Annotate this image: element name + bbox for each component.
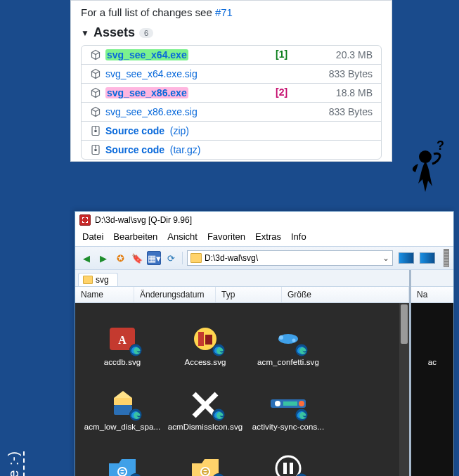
asset-name: Source code (zip) [105,125,189,136]
edge-badge-icon [129,409,142,421]
asset-size: 833 Bytes [329,106,373,117]
svg-point-27 [213,474,225,477]
column-header-type[interactable]: Typ [216,287,282,302]
cube-icon [90,106,101,117]
scroll-thumb[interactable] [401,304,408,344]
refresh-button[interactable]: ⟳ [164,251,178,265]
archive-icon [90,125,101,136]
file-name: activity-sync-cons... [252,423,324,431]
edge-badge-icon [129,473,142,476]
asset-name: svg_see_x64.exe [105,49,188,60]
menu-item[interactable]: Ansicht [167,231,198,242]
back-button[interactable]: ◀ [79,251,93,265]
svg-point-12 [279,335,283,340]
svg-point-20 [275,401,280,406]
file-name: accdb.svg [104,358,141,366]
column-headers: Na [411,287,453,303]
asset-row[interactable]: svg_see_x64.exe.sig 833 Bytes [82,65,381,84]
file-item[interactable]: Aaccdb.svg [81,307,164,372]
asset-size: 18.8 MB [336,87,373,98]
confused-person-doodle-icon: ? [401,137,452,205]
menu-bar: Datei Bearbeiten Ansicht Favoriten Extra… [75,229,453,246]
asset-name: Source code (tar.gz) [105,144,200,155]
column-header-name[interactable]: Name [75,287,134,302]
up-button[interactable]: ✪ [113,251,127,265]
file-item[interactable]: addedFolderIcon_... [164,437,247,476]
cube-icon [90,87,101,98]
badge-2: [2] [276,86,287,98]
file-name: acm_confetti.svg [257,358,319,366]
file-item[interactable]: ac [417,307,448,372]
address-bar[interactable]: ⌄ [187,250,393,266]
edge-badge-icon [212,409,225,421]
svg-text:A: A [118,334,127,346]
color-theme-button[interactable] [420,252,435,264]
asset-row[interactable]: svg_see_x86.exe.sig 833 Bytes [82,103,381,122]
asset-row[interactable]: Source code (tar.gz) [82,141,381,159]
column-headers: Name Änderungsdatum Typ Größe [75,287,409,303]
file-item[interactable]: addedFolderIcon_... [81,437,164,476]
asset-row[interactable]: Source code (zip) [82,122,381,141]
assets-header[interactable]: ▼ Assets 6 [81,25,382,40]
asset-list: svg_see_x64.exe [1] 20.3 MB svg_see_x64.… [81,45,382,160]
titlebar[interactable]: D:\3d-wal\svg [Q-Dir 9.96] [75,212,453,229]
file-grid[interactable]: Aaccdb.svgAccess.svgacm_confetti.svgacm_… [75,303,409,476]
file-item[interactable]: animation_Pause.... [247,437,330,476]
left-pane: svg Name Änderungsdatum Typ Größe Aaccdb… [75,270,411,476]
file-item[interactable]: activity-sync-cons... [247,372,330,437]
asset-row[interactable]: svg_see_x64.exe [1] 20.3 MB [82,46,381,65]
svg-rect-8 [198,332,204,346]
folder-icon [83,276,93,284]
color-theme-button[interactable] [399,252,414,264]
column-header-date[interactable]: Änderungsdatum [134,287,216,302]
view-mode-button[interactable]: ▦▾ [147,251,161,265]
edge-badge-icon [295,409,308,421]
toolbar-grip-icon [444,249,449,267]
release-intro: For a full list of changes see #71 [81,6,382,18]
menu-item[interactable]: Bearbeiten [113,231,157,242]
asset-row[interactable]: svg_see_x86.exe [2] 18.8 MB [82,84,381,103]
file-item[interactable]: acm_low_disk_spa... [81,372,164,437]
file-item[interactable]: Access.svg [164,307,247,372]
menu-item[interactable]: Extras [255,231,281,242]
address-input[interactable] [205,253,380,263]
svg-rect-16 [114,398,132,405]
file-name: ac [428,358,437,366]
qdir-window: D:\3d-wal\svg [Q-Dir 9.96] Datei Bearbei… [75,211,454,476]
column-header-size[interactable]: Größe [282,287,409,302]
folder-icon [190,253,202,263]
svg-rect-30 [290,463,293,474]
badge-1: [1] [276,49,287,60]
chevron-down-icon[interactable]: ⌄ [382,253,389,263]
svg-point-22 [299,401,304,406]
file-item[interactable]: acmDismissIcon.svg [164,372,247,437]
svg-rect-29 [283,463,287,474]
asset-size: 20.3 MB [336,49,373,60]
intro-text: For a full list of changes see [81,6,215,18]
asset-name: svg_see_x86.exe.sig [105,106,198,117]
forward-button[interactable]: ▶ [96,251,110,265]
releases-panel: For a full list of changes see #71 ▼ Ass… [70,0,392,162]
disclosure-triangle-icon: ▼ [81,28,89,38]
menu-item[interactable]: Favoriten [207,231,245,242]
intro-link[interactable]: #71 [215,6,233,18]
svg-rect-9 [205,335,212,345]
watermark-text: www.SoftwareOK.de :-) [6,451,22,476]
file-item[interactable]: acm_confetti.svg [247,307,330,372]
column-header-name[interactable]: Na [411,287,453,302]
svg-point-13 [292,339,296,342]
file-grid[interactable]: ac [411,303,453,476]
favorites-button[interactable]: 🔖 [130,251,144,265]
menu-item[interactable]: Datei [82,231,103,242]
scrollbar[interactable] [399,303,409,476]
folder-tab[interactable]: svg [78,273,118,286]
toolbar: ◀ ▶ ✪ 🔖 ▦▾ ⟳ ⌄ [75,246,453,270]
cube-icon [90,49,101,60]
menu-item[interactable]: Info [291,231,306,242]
edge-badge-icon [212,344,225,356]
asset-name: svg_see_x86.exe [105,87,188,98]
tab-strip: svg [75,270,409,287]
svg-text:?: ? [437,139,444,153]
right-pane: Na ac [411,270,453,476]
edge-badge-icon [295,473,308,476]
